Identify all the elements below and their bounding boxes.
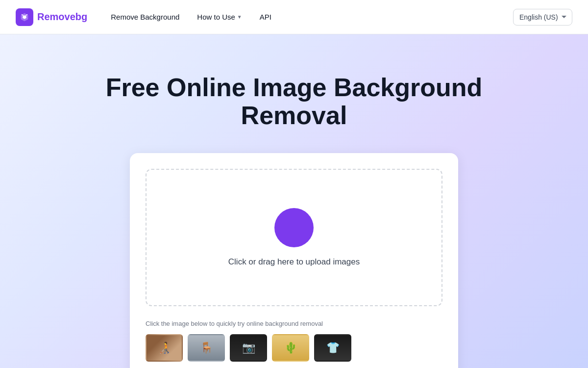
- nav-api[interactable]: API: [252, 9, 279, 25]
- sample-images: 🧑‍🦯 🪑 📷 🌵 👕: [146, 334, 442, 362]
- upload-card: Click or drag here to upload images Clic…: [130, 153, 458, 368]
- sample-thumb-3[interactable]: 📷: [230, 334, 267, 362]
- sample-label: Click the image below to quickly try onl…: [146, 320, 442, 327]
- sample-section: Click the image below to quickly try onl…: [146, 320, 442, 362]
- nav-how-to-use[interactable]: How to Use ▼: [189, 9, 249, 25]
- sample-thumb-2[interactable]: 🪑: [188, 334, 225, 362]
- chevron-down-icon: ▼: [237, 14, 242, 20]
- nav-links: Remove Background How to Use ▼ API: [103, 9, 513, 25]
- language-select[interactable]: English (US) Deutsch Français 日本語: [513, 9, 572, 26]
- sample-thumb-5[interactable]: 👕: [314, 334, 351, 362]
- logo[interactable]: Removebg: [16, 8, 87, 26]
- logo-text: Removebg: [37, 11, 87, 23]
- hero-section: Free Online Image Background Removal Cli…: [0, 34, 588, 368]
- upload-zone[interactable]: Click or drag here to upload images: [146, 169, 442, 306]
- upload-label: Click or drag here to upload images: [228, 257, 360, 267]
- nav-remove-background[interactable]: Remove Background: [103, 9, 187, 25]
- logo-icon: [16, 8, 33, 26]
- hero-title: Free Online Image Background Removal: [74, 74, 514, 130]
- upload-icon: [274, 208, 314, 247]
- language-selector-wrapper: English (US) Deutsch Français 日本語: [513, 9, 572, 26]
- sample-thumb-1[interactable]: 🧑‍🦯: [146, 334, 183, 362]
- sample-thumb-4[interactable]: 🌵: [272, 334, 309, 362]
- navbar: Removebg Remove Background How to Use ▼ …: [0, 0, 588, 34]
